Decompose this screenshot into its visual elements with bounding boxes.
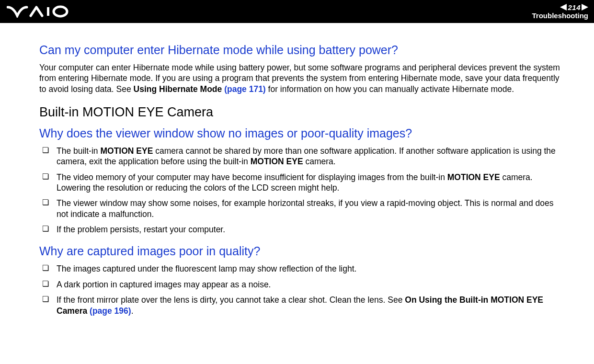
page-link-171[interactable]: (page 171) — [224, 84, 266, 94]
text-bold: MOTION EYE — [100, 146, 153, 156]
nav-prev-icon[interactable] — [560, 4, 567, 11]
page-link-196[interactable]: (page 196) — [90, 306, 131, 316]
question-capture-list: The images captured under the fluorescen… — [39, 263, 564, 316]
page-number: 214 — [568, 3, 581, 11]
list-item: The images captured under the fluorescen… — [39, 263, 564, 274]
text-bold: MOTION EYE — [447, 172, 500, 182]
text: If the front mirror plate over the lens … — [57, 295, 405, 305]
question-hibernate-body: Your computer can enter Hibernate mode w… — [39, 62, 564, 94]
list-item: The viewer window may show some noises, … — [39, 198, 564, 219]
vaio-logo-svg — [7, 5, 79, 18]
question-viewer-list: The built-in MOTION EYE camera cannot be… — [39, 146, 564, 235]
text: . — [131, 306, 134, 316]
text-bold: MOTION EYE — [251, 157, 303, 166]
nav-next-icon[interactable] — [582, 4, 588, 11]
text: The built-in — [57, 146, 100, 156]
page-header: 214 Troubleshooting — [0, 0, 594, 23]
text: camera. — [303, 157, 336, 166]
page-content: Can my computer enter Hibernate mode whi… — [0, 23, 594, 316]
section-heading-camera: Built-in MOTION EYE Camera — [39, 104, 564, 121]
svg-rect-0 — [47, 7, 49, 16]
text: The viewer window may show some noises, … — [57, 198, 554, 218]
list-item: If the problem persists, restart your co… — [39, 224, 564, 235]
question-capture-title: Why are captured images poor in quality? — [39, 243, 564, 259]
header-nav: 214 Troubleshooting — [532, 3, 589, 20]
text: The images captured under the fluorescen… — [57, 264, 356, 273]
section-label: Troubleshooting — [532, 11, 589, 20]
text: The video memory of your computer may ha… — [57, 172, 447, 182]
list-item: A dark portion in captured images may ap… — [39, 279, 564, 290]
page-nav: 214 — [560, 3, 588, 11]
text: A dark portion in captured images may ap… — [57, 280, 271, 289]
vaio-logo — [7, 5, 79, 18]
list-item: If the front mirror plate over the lens … — [39, 295, 564, 316]
list-item: The built-in MOTION EYE camera cannot be… — [39, 146, 564, 167]
text: for information on how you can manually … — [266, 84, 514, 94]
svg-point-1 — [54, 7, 67, 16]
question-hibernate-title: Can my computer enter Hibernate mode whi… — [39, 42, 564, 57]
list-item: The video memory of your computer may ha… — [39, 172, 564, 193]
text: If the problem persists, restart your co… — [57, 225, 225, 234]
question-viewer-title: Why does the viewer window show no image… — [39, 125, 564, 141]
text-bold: Using Hibernate Mode — [134, 84, 225, 94]
